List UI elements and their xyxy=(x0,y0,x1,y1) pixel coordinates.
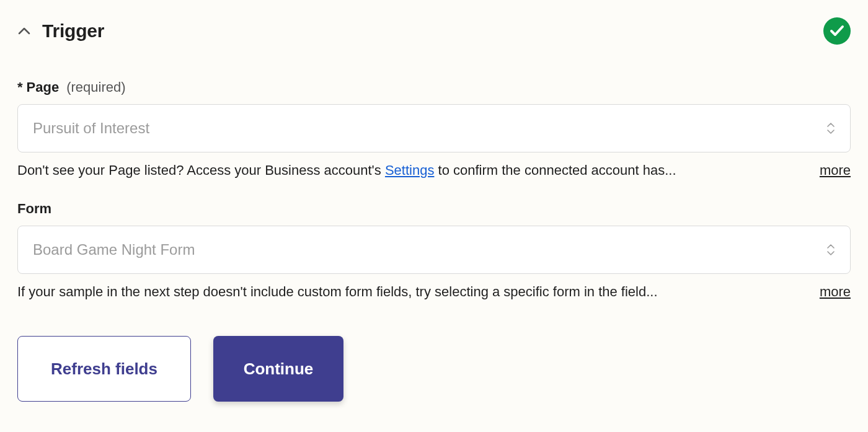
page-hint-row: Don't see your Page listed? Access your … xyxy=(17,162,851,179)
select-arrows-icon xyxy=(826,123,835,134)
status-success-badge xyxy=(823,17,851,45)
refresh-fields-button[interactable]: Refresh fields xyxy=(17,336,191,402)
page-hint-text: Don't see your Page listed? Access your … xyxy=(17,162,805,179)
page-field-block: *Page (required) Pursuit of Interest Don… xyxy=(17,79,851,179)
form-select[interactable]: Board Game Night Form xyxy=(17,226,851,274)
section-header: Trigger xyxy=(17,17,851,45)
select-arrows-icon xyxy=(826,244,835,255)
collapse-icon[interactable] xyxy=(17,24,31,38)
page-hint-before: Don't see your Page listed? Access your … xyxy=(17,162,385,178)
continue-button[interactable]: Continue xyxy=(213,336,343,402)
page-field-label: Page xyxy=(27,79,60,95)
page-select[interactable]: Pursuit of Interest xyxy=(17,104,851,152)
form-hint-more-link[interactable]: more xyxy=(820,284,851,300)
form-field-label: Form xyxy=(17,201,51,217)
form-hint-text: If your sample in the next step doesn't … xyxy=(17,284,805,300)
form-field-block: Form Board Game Night Form If your sampl… xyxy=(17,201,851,300)
required-asterisk: * xyxy=(17,79,23,95)
form-field-label-row: Form xyxy=(17,201,851,217)
header-left-group: Trigger xyxy=(17,20,104,42)
check-icon xyxy=(830,25,844,37)
form-select-value: Board Game Night Form xyxy=(33,241,195,258)
form-hint-row: If your sample in the next step doesn't … xyxy=(17,284,851,300)
action-button-row: Refresh fields Continue xyxy=(17,336,851,402)
page-hint-more-link[interactable]: more xyxy=(820,162,851,179)
page-field-label-row: *Page (required) xyxy=(17,79,851,95)
page-hint-after: to confirm the connected account has... xyxy=(434,162,676,178)
settings-link[interactable]: Settings xyxy=(385,162,435,178)
section-title: Trigger xyxy=(42,20,104,42)
required-tag: (required) xyxy=(66,79,125,95)
page-select-value: Pursuit of Interest xyxy=(33,120,149,137)
page-field-label-group: *Page xyxy=(17,79,59,95)
